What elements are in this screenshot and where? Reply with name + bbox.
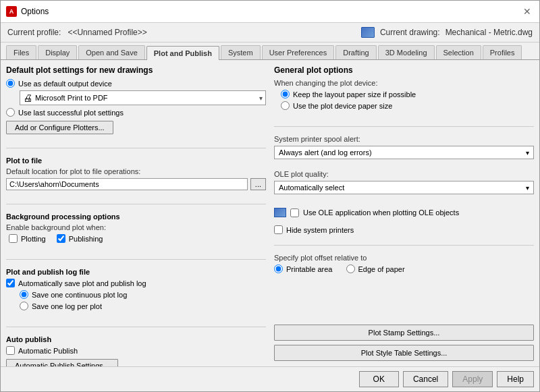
background-processing-section: Background processing options Enable bac… <box>6 213 266 246</box>
auto-save-log-row: Automatically save plot and publish log <box>6 279 266 287</box>
right-divider-2 <box>274 245 534 246</box>
plot-publish-log-title: Plot and publish log file <box>6 268 266 276</box>
save-one-per-plot-radio[interactable] <box>20 302 28 310</box>
default-location-label: Default location for plot to file operat… <box>6 167 266 175</box>
use-last-radio[interactable] <box>6 108 15 117</box>
default-plot-section: Default plot settings for new drawings U… <box>6 65 266 134</box>
dropdown-arrow-icon: ▾ <box>259 94 263 102</box>
publishing-check-row: Publishing <box>57 234 103 243</box>
cancel-button[interactable]: Cancel <box>403 371 448 387</box>
background-processing-title: Background processing options <box>6 213 266 221</box>
general-plot-title: General plot options <box>274 65 534 75</box>
use-ole-app-label: Use OLE application when plotting OLE ob… <box>303 208 459 217</box>
auto-publish-section: Auto publish Automatic Publish Automatic… <box>6 335 266 366</box>
ole-quality-dropdown[interactable]: Automatically select ▾ <box>274 181 534 194</box>
auto-save-log-label: Automatically save plot and publish log <box>18 279 146 287</box>
use-ole-app-row: Use OLE application when plotting OLE ob… <box>274 208 534 217</box>
plotting-check-row: Plotting <box>9 234 46 243</box>
printer-icon: 🖨 <box>23 92 32 103</box>
use-ole-app-checkbox[interactable] <box>290 208 299 217</box>
bottom-buttons: OK Cancel Apply Help <box>1 366 539 391</box>
keep-layout-radio[interactable] <box>281 90 290 99</box>
save-one-per-plot-row: Save one log per plot <box>20 302 266 310</box>
window-title: Options <box>21 7 49 16</box>
keep-layout-row: Keep the layout paper size if possible <box>281 90 534 99</box>
use-plot-device-radio[interactable] <box>281 101 290 110</box>
add-configure-button[interactable]: Add or Configure Plotters... <box>6 121 113 134</box>
default-plot-title: Default plot settings for new drawings <box>6 65 266 75</box>
path-input[interactable] <box>6 178 248 190</box>
printable-area-radio[interactable] <box>274 264 283 273</box>
divider-1 <box>6 148 266 148</box>
tabs-bar: Files Display Open and Save Plot and Pub… <box>1 43 539 60</box>
tab-user-preferences[interactable]: User Preferences <box>262 45 335 59</box>
use-plot-device-row: Use the plot device paper size <box>281 101 534 110</box>
edge-of-paper-row: Edge of paper <box>346 264 405 273</box>
auto-publish-row: Automatic Publish <box>6 346 266 355</box>
when-changing-label: When changing the plot device: <box>274 79 534 87</box>
spool-alert-label: System printer spool alert: <box>274 135 534 143</box>
divider-3 <box>6 259 266 260</box>
auto-publish-title: Auto publish <box>6 335 266 343</box>
ole-quality-arrow-icon: ▾ <box>526 184 529 192</box>
use-last-radio-row: Use last successful plot settings <box>6 108 266 117</box>
tab-files[interactable]: Files <box>6 45 36 59</box>
plot-stamp-button[interactable]: Plot Stamp Settings... <box>274 325 534 341</box>
auto-publish-label: Automatic Publish <box>18 347 78 355</box>
title-bar: A Options ✕ <box>1 1 539 23</box>
hide-printers-checkbox[interactable] <box>274 225 283 234</box>
edge-of-paper-label: Edge of paper <box>358 265 405 273</box>
auto-publish-checkbox[interactable] <box>6 346 15 355</box>
content-area: Default plot settings for new drawings U… <box>1 60 539 366</box>
publishing-label: Publishing <box>69 235 103 243</box>
ole-quality-label: OLE plot quality: <box>274 170 534 178</box>
general-plot-section: General plot options When changing the p… <box>274 65 534 113</box>
printer-dropdown[interactable]: 🖨 Microsoft Print to PDF ▾ <box>20 90 266 105</box>
offset-row: Printable area Edge of paper <box>274 264 534 276</box>
plotting-checkbox[interactable] <box>9 234 18 243</box>
printable-area-label: Printable area <box>286 265 333 273</box>
tab-plot-publish[interactable]: Plot and Publish <box>146 46 219 60</box>
printable-area-row: Printable area <box>274 264 333 273</box>
drawing-icon <box>361 27 375 38</box>
use-default-label: Use as default output device <box>18 80 112 88</box>
apply-button[interactable]: Apply <box>452 371 493 387</box>
auto-publish-settings-button[interactable]: Automatic Publish Settings... <box>6 359 118 366</box>
save-continuous-radio[interactable] <box>20 290 28 299</box>
divider-2 <box>6 204 266 204</box>
enable-bg-label: Enable background plot when: <box>6 223 266 231</box>
ole-quality-value: Automatically select <box>279 184 344 192</box>
hide-printers-row: Hide system printers <box>274 225 534 234</box>
help-button[interactable]: Help <box>497 371 534 387</box>
tab-display[interactable]: Display <box>38 45 77 59</box>
use-plot-device-label: Use the plot device paper size <box>293 102 392 110</box>
tab-selection[interactable]: Selection <box>436 45 481 59</box>
publishing-checkbox[interactable] <box>57 234 65 243</box>
ok-button[interactable]: OK <box>359 371 399 387</box>
inline-checks: Plotting Publishing <box>9 234 266 246</box>
browse-button[interactable]: ... <box>250 178 266 190</box>
keep-layout-label: Keep the layout paper size if possible <box>293 90 416 99</box>
close-button[interactable]: ✕ <box>520 5 534 18</box>
save-one-per-plot-label: Save one log per plot <box>32 302 102 310</box>
plot-to-file-section: Plot to file Default location for plot t… <box>6 157 266 190</box>
spool-alert-section: System printer spool alert: Always alert… <box>274 135 534 159</box>
tab-system[interactable]: System <box>221 45 261 59</box>
edge-of-paper-radio[interactable] <box>346 264 355 273</box>
plot-style-table-button[interactable]: Plot Style Table Settings... <box>274 345 534 361</box>
auto-save-log-checkbox[interactable] <box>6 279 15 287</box>
current-drawing-value: Mechanical - Metric.dwg <box>446 28 533 37</box>
plot-buttons-section: Plot Stamp Settings... Plot Style Table … <box>274 325 534 361</box>
use-default-radio[interactable] <box>6 79 15 88</box>
tab-open-save[interactable]: Open and Save <box>78 45 144 59</box>
save-continuous-row: Save one continuous plot log <box>20 290 266 299</box>
spool-dropdown[interactable]: Always alert (and log errors) ▾ <box>274 146 534 159</box>
ole-app-icon <box>274 208 286 217</box>
tab-3d-modeling[interactable]: 3D Modeling <box>378 45 435 59</box>
save-continuous-label: Save one continuous plot log <box>32 291 127 299</box>
profile-bar: Current profile: <<Unnamed Profile>> Cur… <box>1 23 539 43</box>
use-last-label: Use last successful plot settings <box>18 109 124 117</box>
tab-profiles[interactable]: Profiles <box>483 45 522 59</box>
tab-drafting[interactable]: Drafting <box>335 45 377 59</box>
left-panel: Default plot settings for new drawings U… <box>6 65 266 361</box>
